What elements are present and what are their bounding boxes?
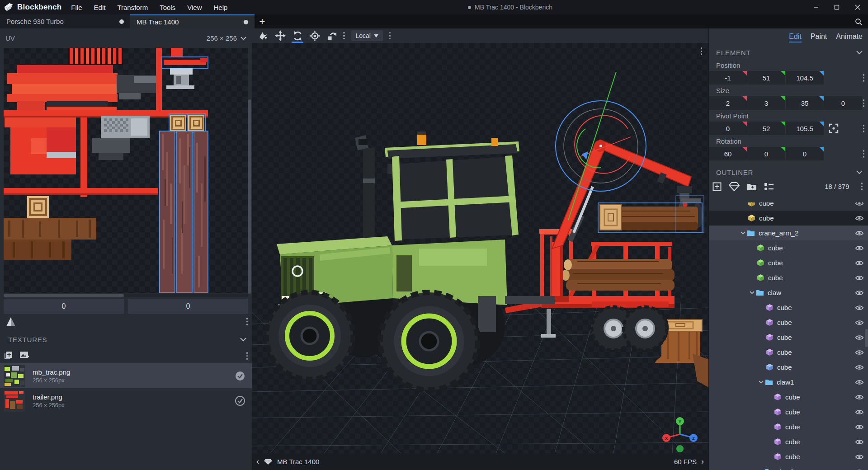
rotate-tool-button[interactable] bbox=[290, 28, 305, 43]
pivot-z-input[interactable]: 105.5 bbox=[786, 122, 824, 135]
size-menu-button[interactable] bbox=[863, 99, 865, 107]
uv-mirror-icon[interactable] bbox=[5, 316, 16, 327]
focus-pivot-icon[interactable] bbox=[828, 122, 840, 134]
texture-row-mb-trac[interactable]: mb_trac.png 256 x 256px bbox=[0, 363, 252, 388]
visibility-eye-icon[interactable] bbox=[855, 245, 864, 251]
uv-editor-canvas[interactable] bbox=[4, 48, 248, 293]
menu-file[interactable]: File bbox=[66, 2, 87, 13]
move-tool-button[interactable] bbox=[273, 28, 288, 43]
outliner-row-cube[interactable]: cube bbox=[709, 315, 868, 330]
expand-chevron-icon[interactable] bbox=[757, 381, 765, 384]
pivot-y-input[interactable]: 52 bbox=[747, 122, 785, 135]
new-tab-button[interactable]: + bbox=[255, 14, 270, 28]
size-x-input[interactable]: 2 bbox=[709, 96, 747, 110]
outliner-row-cube[interactable]: cube bbox=[709, 270, 868, 285]
outliner-row-cube[interactable]: cube bbox=[709, 240, 868, 255]
textures-panel-menu-button[interactable] bbox=[246, 352, 248, 360]
visibility-eye-icon[interactable] bbox=[855, 379, 864, 385]
visibility-eye-icon[interactable] bbox=[855, 290, 864, 296]
outliner-toggles-button[interactable] bbox=[764, 182, 774, 191]
previous-view-chevron-icon[interactable]: ‹ bbox=[256, 457, 259, 466]
visibility-eye-icon[interactable] bbox=[855, 409, 864, 415]
tab-unsaved-dot[interactable] bbox=[244, 20, 248, 24]
resize-tool-button[interactable] bbox=[324, 28, 340, 43]
scrollbar-thumb[interactable] bbox=[4, 294, 124, 297]
minimize-button[interactable] bbox=[806, 0, 826, 14]
outliner-row-cube[interactable]: cube bbox=[709, 390, 868, 404]
mode-tab-paint[interactable]: Paint bbox=[811, 33, 827, 41]
outliner-row-cube[interactable]: cube bbox=[709, 255, 868, 270]
outliner-row-cube[interactable]: cube bbox=[709, 202, 868, 211]
outliner-row-claw[interactable]: claw bbox=[709, 285, 868, 300]
tab-unsaved-dot[interactable] bbox=[119, 19, 124, 24]
tab-porsche-930-turbo[interactable]: Porsche 930 Turbo bbox=[0, 14, 130, 28]
visibility-eye-icon[interactable] bbox=[855, 364, 864, 371]
outliner-row-crane-arm-2[interactable]: crane_arm_2 bbox=[709, 226, 868, 240]
uv-panel-menu-button[interactable] bbox=[246, 318, 248, 325]
uv-vertical-scrollbar[interactable] bbox=[248, 99, 251, 294]
visibility-eye-icon[interactable] bbox=[855, 215, 864, 221]
uv-horizontal-scrollbar[interactable] bbox=[4, 294, 248, 297]
tractor-model[interactable] bbox=[266, 132, 555, 390]
visibility-eye-icon[interactable] bbox=[855, 349, 864, 356]
next-view-chevron-icon[interactable]: › bbox=[701, 457, 704, 466]
outliner-row-cube[interactable]: cube bbox=[709, 300, 868, 315]
mode-tab-animate[interactable]: Animate bbox=[836, 33, 863, 41]
visibility-eye-icon[interactable] bbox=[855, 320, 864, 326]
rotation-z-input[interactable]: 0 bbox=[786, 147, 824, 160]
visibility-eye-icon[interactable] bbox=[855, 334, 864, 341]
outliner-row-cube[interactable]: cube bbox=[709, 449, 868, 464]
texture-enabled-check-icon[interactable] bbox=[235, 395, 245, 406]
visibility-eye-icon[interactable] bbox=[855, 275, 864, 281]
menu-help[interactable]: Help bbox=[208, 2, 232, 13]
close-button[interactable] bbox=[847, 0, 868, 14]
position-menu-button[interactable] bbox=[863, 74, 865, 82]
mode-tab-edit[interactable]: Edit bbox=[789, 33, 802, 41]
visibility-eye-icon[interactable] bbox=[855, 202, 864, 207]
search-icon[interactable] bbox=[855, 18, 863, 26]
position-z-input[interactable]: 104.5 bbox=[786, 71, 824, 85]
visibility-eye-icon[interactable] bbox=[855, 424, 864, 430]
position-y-input[interactable]: 51 bbox=[747, 71, 785, 85]
collapse-chevron-icon[interactable] bbox=[240, 338, 246, 342]
outliner-scrollbar[interactable] bbox=[865, 329, 868, 347]
tab-mb-trac-1400[interactable]: MB Trac 1400 bbox=[130, 14, 255, 28]
menu-edit[interactable]: Edit bbox=[89, 2, 111, 13]
viewport-canvas[interactable]: Y X Z bbox=[252, 43, 708, 453]
add-cube-button[interactable] bbox=[712, 182, 722, 191]
outliner-row-claw1[interactable]: claw1 bbox=[709, 375, 868, 390]
collapse-chevron-icon[interactable] bbox=[856, 51, 863, 55]
menu-tools[interactable]: Tools bbox=[155, 2, 180, 13]
uv-offset-v-input[interactable]: 0 bbox=[128, 299, 248, 314]
visibility-eye-icon[interactable] bbox=[855, 305, 864, 311]
menu-view[interactable]: View bbox=[182, 2, 207, 13]
menu-transform[interactable]: Transform bbox=[112, 2, 153, 13]
transform-space-menu-button[interactable] bbox=[389, 32, 391, 40]
rotation-menu-button[interactable] bbox=[863, 150, 865, 158]
import-texture-button[interactable] bbox=[19, 351, 29, 360]
visibility-eye-icon[interactable] bbox=[855, 469, 864, 470]
outliner-row-cube[interactable]: cube bbox=[709, 434, 868, 449]
visibility-eye-icon[interactable] bbox=[855, 260, 864, 266]
view-axis-gizmo[interactable]: Y X Z bbox=[662, 417, 698, 452]
size-inflate-input[interactable]: 0 bbox=[824, 96, 862, 110]
outliner-row-cube[interactable]: cube bbox=[709, 345, 868, 360]
toolbar-overflow-menu-button[interactable] bbox=[343, 32, 345, 40]
add-group-button[interactable] bbox=[747, 183, 757, 191]
visibility-eye-icon[interactable] bbox=[855, 439, 864, 445]
position-x-input[interactable]: -1 bbox=[709, 71, 747, 85]
texture-row-trailer[interactable]: trailer.png 256 x 256px bbox=[0, 388, 252, 413]
viewport-menu-button[interactable] bbox=[701, 47, 703, 55]
rotation-y-input[interactable]: 0 bbox=[747, 147, 785, 160]
size-y-input[interactable]: 3 bbox=[747, 96, 785, 110]
outliner-menu-button[interactable] bbox=[861, 183, 863, 190]
outliner-row-cube[interactable]: cube bbox=[709, 330, 868, 345]
outliner-row-claw2[interactable]: claw2 bbox=[709, 464, 868, 470]
rotate-gizmo[interactable] bbox=[556, 72, 646, 220]
expand-chevron-icon[interactable] bbox=[748, 291, 756, 294]
outliner-row-cube-selected[interactable]: cube bbox=[709, 211, 868, 226]
create-texture-button[interactable] bbox=[4, 351, 13, 360]
maximize-button[interactable] bbox=[826, 0, 847, 14]
outliner-row-cube[interactable]: cube bbox=[709, 419, 868, 434]
pivot-tool-button[interactable] bbox=[307, 28, 322, 43]
